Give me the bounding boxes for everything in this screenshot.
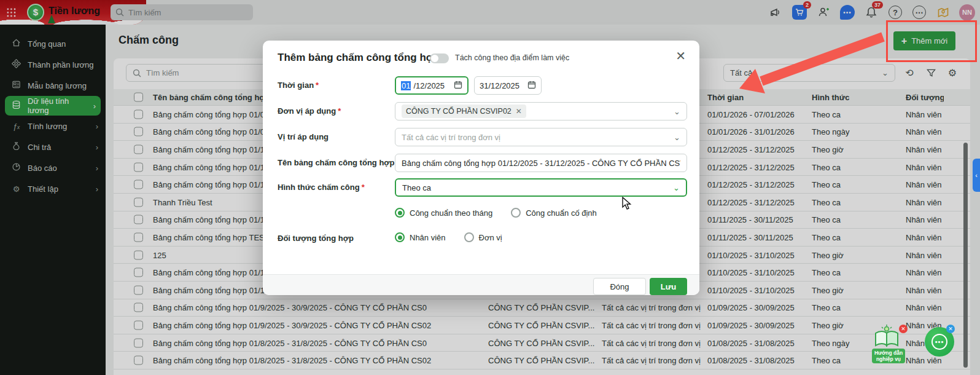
guide-widget[interactable]: ✕ Hướng dẫnnghiệp vụ	[871, 323, 906, 368]
guide-book-icon	[873, 325, 900, 349]
split-by-location-toggle[interactable]	[430, 53, 449, 63]
timesheet-name-value: Bảng chấm công tổng hợp 01/12/2025 - 31/…	[402, 159, 680, 168]
guide-close-badge[interactable]: ✕	[899, 325, 908, 333]
position-label: Vị trí áp dụng	[278, 132, 329, 141]
chat-bubble-button[interactable]: ••• ✕	[925, 327, 954, 357]
time-label: Thời gian*	[278, 81, 319, 90]
mouse-cursor	[622, 197, 633, 210]
method-select[interactable]: Theo ca ⌄	[395, 178, 687, 197]
save-button[interactable]: Lưu	[650, 278, 687, 295]
method-value: Theo ca	[402, 183, 431, 192]
close-icon[interactable]: ✕	[675, 50, 686, 62]
radio-label: Nhân viên	[410, 233, 446, 242]
date-to-input[interactable]: 31/12/2025	[474, 76, 542, 95]
toggle-label: Tách công theo địa điểm làm việc	[455, 53, 569, 62]
modal-title: Thêm bảng chấm công tổng hợp	[278, 52, 440, 64]
toggle-knob	[431, 55, 438, 62]
unit-chip[interactable]: CÔNG TY CỔ PHẦN CSVIP02✕	[402, 105, 526, 118]
annotation-highlight-box	[886, 20, 977, 62]
radio-label: Đơn vị	[479, 233, 502, 242]
guide-label: Hướng dẫnnghiệp vụ	[872, 349, 905, 363]
calendar-icon	[527, 81, 536, 91]
radio-standard-fixed[interactable]	[511, 208, 521, 218]
position-placeholder: Tất cả các vị trí trong đơn vị	[402, 133, 500, 142]
add-timesheet-modal: Thêm bảng chấm công tổng hợp Tách công t…	[263, 41, 699, 295]
unit-select[interactable]: CÔNG TY CỔ PHẦN CSVIP02✕ ⌄	[395, 102, 687, 120]
collapse-panel-tab[interactable]: ‹	[973, 159, 980, 192]
timesheet-name-input[interactable]: Bảng chấm công tổng hợp 01/12/2025 - 31/…	[395, 154, 687, 172]
date-from-rest: /12/2025	[413, 81, 445, 90]
name-label: Tên bảng chấm công tổng hợp*	[278, 158, 400, 167]
chat-close-badge[interactable]: ✕	[946, 325, 955, 333]
unit-label: Đơn vị áp dụng*	[278, 106, 341, 116]
calendar-icon	[454, 81, 462, 91]
chat-face-icon: •••	[931, 334, 947, 350]
target-label: Đối tượng tổng hợp	[278, 234, 354, 243]
method-label: Hình thức chấm công*	[278, 183, 365, 192]
chevron-down-icon: ⌄	[674, 133, 680, 142]
close-button[interactable]: Đóng	[593, 278, 646, 295]
chevron-down-icon: ⌄	[674, 107, 680, 116]
radio-target-employee[interactable]	[395, 232, 405, 242]
radio-standard-monthly[interactable]	[395, 208, 405, 218]
radio-target-unit[interactable]	[464, 232, 474, 242]
position-select[interactable]: Tất cả các vị trí trong đơn vị ⌄	[395, 128, 687, 146]
radio-label: Công chuẩn theo tháng	[410, 208, 492, 218]
chevron-down-icon: ⌄	[673, 183, 680, 192]
target-options-group: Nhân viên Đơn vị	[395, 232, 502, 242]
radio-label: Công chuẩn cố định	[526, 208, 597, 218]
chip-remove-icon[interactable]: ✕	[516, 107, 522, 116]
date-from-input[interactable]: 01/12/2025	[395, 76, 469, 95]
standard-options-group: Công chuẩn theo tháng Công chuẩn cố định	[395, 208, 597, 218]
date-to-value: 31/12/2025	[480, 81, 519, 90]
date-from-selected-day: 01	[401, 81, 411, 90]
